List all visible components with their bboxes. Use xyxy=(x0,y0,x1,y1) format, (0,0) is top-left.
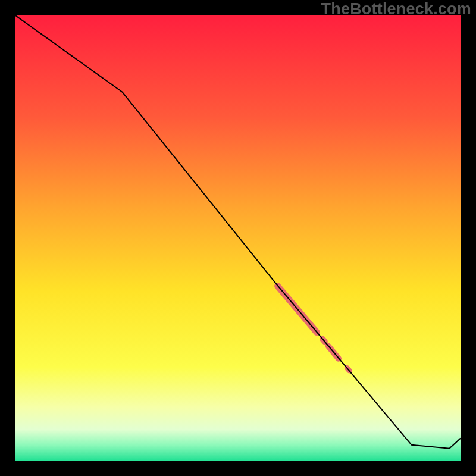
chart-background xyxy=(15,15,461,461)
chart-plot-area xyxy=(15,15,461,461)
chart-svg xyxy=(15,15,461,461)
watermark-text: TheBottleneck.com xyxy=(321,0,471,18)
